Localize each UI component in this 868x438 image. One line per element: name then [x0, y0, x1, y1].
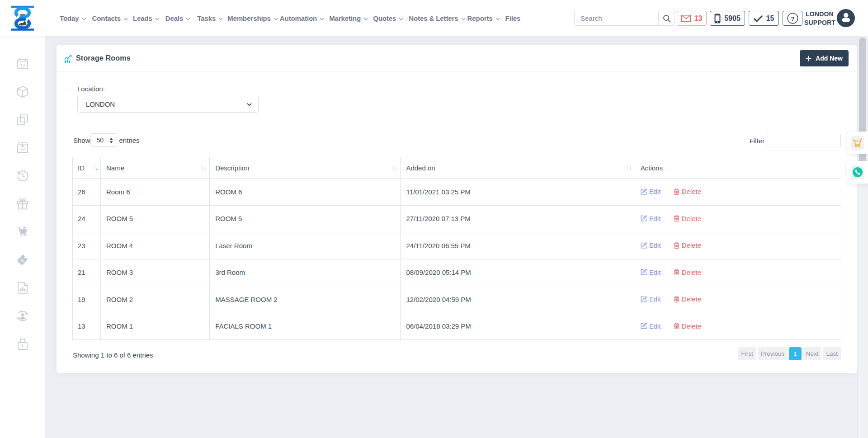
svg-text:?: ? — [791, 15, 794, 22]
svg-text:12: 12 — [20, 63, 25, 68]
